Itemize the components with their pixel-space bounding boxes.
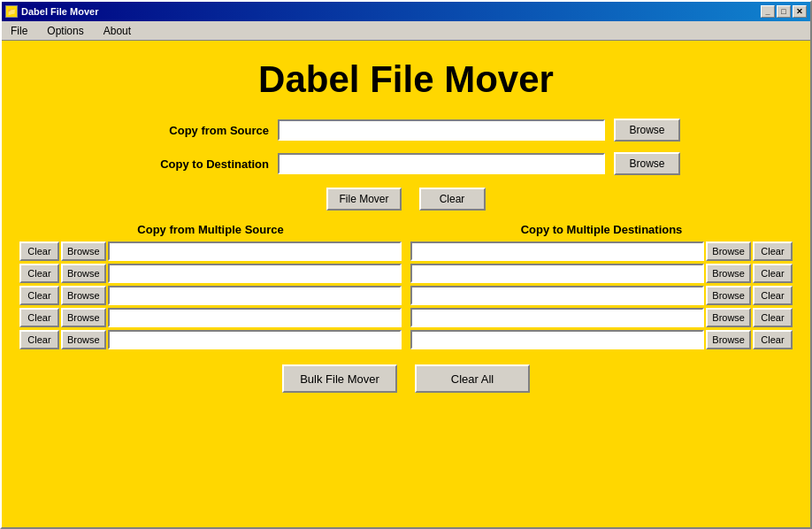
multi-source-input-3[interactable]	[108, 286, 402, 305]
multi-dest-input-5[interactable]	[410, 330, 704, 349]
multi-source-input-5[interactable]	[108, 330, 402, 349]
multi-dest-row-3: Browse Clear	[410, 286, 793, 305]
multi-source-browse-5[interactable]: Browse	[61, 330, 106, 349]
multi-source-row-1: Clear Browse	[19, 242, 402, 261]
source-label: Copy from Source	[132, 124, 269, 137]
multi-dest-clear-2[interactable]: Clear	[753, 264, 793, 283]
multi-dest-title: Copy to Multiple Destinations	[410, 223, 793, 236]
clear-button[interactable]: Clear	[419, 188, 486, 211]
multi-dest-browse-2[interactable]: Browse	[706, 264, 751, 283]
app-icon: 📁	[5, 5, 18, 18]
multi-source-clear-3[interactable]: Clear	[19, 286, 59, 305]
bottom-action-row: Bulk File Mover Clear All	[282, 364, 530, 393]
bulk-file-mover-button[interactable]: Bulk File Mover	[282, 364, 397, 393]
multi-source-clear-2[interactable]: Clear	[19, 264, 59, 283]
source-row: Copy from Source Browse	[132, 119, 680, 142]
multi-dest-clear-4[interactable]: Clear	[753, 308, 793, 327]
main-content: Dabel File Mover Copy from Source Browse…	[2, 41, 810, 527]
menu-options[interactable]: Options	[42, 23, 88, 39]
multi-source-clear-4[interactable]: Clear	[19, 308, 59, 327]
close-button[interactable]: ✕	[793, 5, 807, 18]
minimize-button[interactable]: _	[761, 5, 775, 18]
browse-source-button[interactable]: Browse	[614, 119, 680, 142]
multi-dest-input-3[interactable]	[410, 286, 704, 305]
multi-dest-input-2[interactable]	[410, 264, 704, 283]
app-window: 📁 Dabel File Mover _ □ ✕ File Options Ab…	[0, 0, 812, 529]
multi-dest-input-4[interactable]	[410, 308, 704, 327]
title-bar: 📁 Dabel File Mover _ □ ✕	[2, 2, 810, 21]
multi-dest-browse-4[interactable]: Browse	[706, 308, 751, 327]
title-bar-left: 📁 Dabel File Mover	[5, 5, 98, 18]
multi-source-input-2[interactable]	[108, 264, 402, 283]
multi-source-col: Copy from Multiple Source Clear Browse C…	[19, 223, 402, 352]
maximize-button[interactable]: □	[777, 5, 791, 18]
file-mover-button[interactable]: File Mover	[326, 188, 401, 211]
multi-source-input-1[interactable]	[108, 242, 402, 261]
multi-source-row-2: Clear Browse	[19, 264, 402, 283]
multi-source-row-5: Clear Browse	[19, 330, 402, 349]
multi-section: Copy from Multiple Source Clear Browse C…	[19, 223, 793, 352]
window-title: Dabel File Mover	[21, 6, 98, 17]
multi-source-row-3: Clear Browse	[19, 286, 402, 305]
menu-about[interactable]: About	[98, 23, 136, 39]
multi-dest-clear-5[interactable]: Clear	[753, 330, 793, 349]
dest-label: Copy to Destination	[132, 157, 269, 171]
multi-dest-browse-1[interactable]: Browse	[706, 242, 751, 261]
title-bar-buttons: _ □ ✕	[761, 5, 807, 18]
multi-source-browse-4[interactable]: Browse	[61, 308, 106, 327]
clear-all-button[interactable]: Clear All	[415, 364, 530, 393]
source-input[interactable]	[278, 119, 605, 141]
dest-input[interactable]	[278, 153, 605, 174]
single-action-row: File Mover Clear	[326, 188, 485, 211]
multi-dest-row-2: Browse Clear	[410, 264, 793, 283]
multi-source-input-4[interactable]	[108, 308, 402, 327]
multi-dest-clear-1[interactable]: Clear	[753, 242, 793, 261]
multi-dest-col: Copy to Multiple Destinations Browse Cle…	[410, 223, 793, 352]
dest-row: Copy to Destination Browse	[132, 152, 680, 175]
multi-dest-clear-3[interactable]: Clear	[753, 286, 793, 305]
menu-bar: File Options About	[2, 21, 810, 41]
multi-source-browse-3[interactable]: Browse	[61, 286, 106, 305]
multi-source-browse-2[interactable]: Browse	[61, 264, 106, 283]
multi-dest-row-5: Browse Clear	[410, 330, 793, 349]
multi-source-clear-1[interactable]: Clear	[19, 242, 59, 261]
multi-dest-row-1: Browse Clear	[410, 242, 793, 261]
multi-source-clear-5[interactable]: Clear	[19, 330, 59, 349]
multi-dest-browse-3[interactable]: Browse	[706, 286, 751, 305]
multi-source-title: Copy from Multiple Source	[19, 223, 402, 236]
browse-dest-button[interactable]: Browse	[614, 152, 680, 175]
multi-dest-browse-5[interactable]: Browse	[706, 330, 751, 349]
multi-dest-row-4: Browse Clear	[410, 308, 793, 327]
multi-source-browse-1[interactable]: Browse	[61, 242, 106, 261]
app-title: Dabel File Mover	[258, 58, 554, 101]
single-file-section: Copy from Source Browse Copy to Destinat…	[19, 119, 793, 175]
multi-dest-input-1[interactable]	[410, 242, 704, 261]
menu-file[interactable]: File	[5, 23, 33, 39]
multi-source-row-4: Clear Browse	[19, 308, 402, 327]
